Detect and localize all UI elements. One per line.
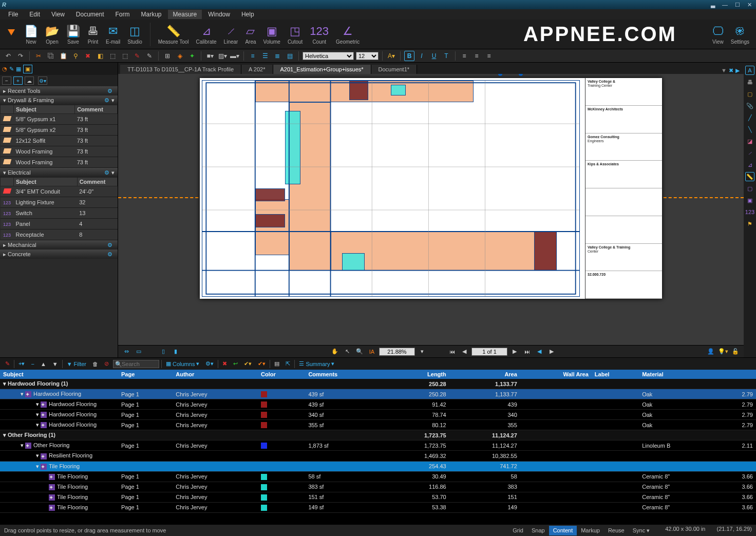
delete-icon[interactable]: ✖ bbox=[83, 51, 93, 61]
document-tab[interactable]: TT-D1013 To D1015__CP-1A Track Profile bbox=[120, 65, 241, 74]
grid-column-header[interactable]: Subject bbox=[0, 370, 118, 379]
markup-panel-icon[interactable]: ✎ bbox=[3, 359, 12, 369]
line-tool-icon[interactable]: ╱ bbox=[745, 113, 754, 122]
highlight-icon[interactable]: ◧ bbox=[95, 51, 105, 61]
ribbon-save[interactable]: 💾Save bbox=[63, 24, 84, 45]
sparkle-icon[interactable]: ✦ bbox=[187, 51, 197, 61]
single-page-icon[interactable]: ▯ bbox=[158, 347, 168, 356]
panel-tab-icon[interactable]: ✎ bbox=[9, 66, 14, 72]
italic-icon[interactable]: I bbox=[417, 51, 427, 61]
grid-row[interactable]: ✦Tile Flooring Page 1 Chris Jervey 383 s… bbox=[0, 482, 756, 492]
tool-icon[interactable]: ⬚ bbox=[120, 51, 130, 61]
status-toggle-grid[interactable]: Grid bbox=[508, 526, 527, 535]
nav-fwd-icon[interactable]: ▶ bbox=[546, 347, 557, 356]
window-maximize-icon[interactable]: ☐ bbox=[733, 2, 742, 8]
attach-icon[interactable]: 📎 bbox=[745, 101, 754, 110]
nav-back-icon[interactable]: ◀ bbox=[534, 347, 544, 356]
text-color-icon[interactable]: A▾ bbox=[386, 51, 396, 61]
window-close-icon[interactable]: ✕ bbox=[745, 2, 754, 8]
tool-row[interactable]: 123Lighting Fixture32 bbox=[1, 197, 118, 208]
undo-icon[interactable]: ↶ bbox=[3, 51, 13, 61]
tool-row[interactable]: 3/4" EMT Conduit24'-0" bbox=[1, 186, 118, 197]
up-icon[interactable]: ▲ bbox=[39, 359, 48, 369]
menu-view[interactable]: View bbox=[46, 10, 70, 19]
gear-icon[interactable]: ⚙▾ bbox=[38, 76, 47, 85]
user-icon[interactable]: 👤 bbox=[706, 347, 716, 356]
pen-icon[interactable]: ✎ bbox=[132, 51, 142, 61]
grid-row[interactable]: ▾ ✦Tile Flooring 254.43 741.72 bbox=[0, 461, 756, 471]
canvas[interactable]: Valley College &Training CenterMcKinney … bbox=[118, 74, 744, 345]
menu-help[interactable]: Help bbox=[236, 10, 259, 19]
grid-column-header[interactable]: Color bbox=[258, 370, 305, 379]
grid-row[interactable]: ✦Tile Flooring Page 1 Chris Jervey 149 s… bbox=[0, 502, 756, 512]
align-icon[interactable]: ≡ bbox=[459, 51, 469, 61]
line-tool-icon[interactable]: ╲ bbox=[745, 125, 754, 134]
window-minimize-icon[interactable]: — bbox=[720, 2, 730, 8]
delete-icon[interactable]: ✖ bbox=[220, 359, 229, 369]
flag-icon[interactable]: ⚑ bbox=[745, 219, 754, 228]
grid-row[interactable]: ▾ Other Flooring (1) 1,723.75 11,124.27 bbox=[0, 430, 756, 441]
fontsize-select[interactable]: 12 bbox=[356, 52, 379, 60]
gear-icon[interactable]: ⚙ bbox=[107, 88, 112, 94]
grid-row[interactable]: ▾ ✦Resilient Flooring 1,469.32 10,382.55 bbox=[0, 451, 756, 461]
format-painter-icon[interactable]: ⚲ bbox=[70, 51, 81, 61]
ribbon-view[interactable]: 🖵View bbox=[709, 24, 727, 45]
tool-row[interactable]: 123Panel4 bbox=[1, 219, 118, 229]
text-select-icon[interactable]: IA bbox=[367, 347, 377, 356]
ribbon-open[interactable]: 📂Open bbox=[42, 24, 63, 45]
window-min-icon[interactable]: ▃ bbox=[709, 2, 717, 8]
grid-column-header[interactable]: Label bbox=[592, 370, 639, 379]
ribbon-e-mail[interactable]: ✉E-mail bbox=[102, 24, 124, 45]
panel-tab-icon[interactable]: ▦ bbox=[16, 66, 21, 72]
tab-close-icon[interactable]: ✖ bbox=[729, 67, 733, 74]
filter-button[interactable]: ▼ Filter bbox=[65, 359, 88, 369]
redo-icon[interactable]: ↷ bbox=[15, 51, 26, 61]
collapse-icon[interactable]: − bbox=[2, 76, 11, 85]
cube-icon[interactable]: ▣ bbox=[745, 196, 754, 205]
fit-page-icon[interactable]: ▭ bbox=[134, 347, 144, 356]
count-icon[interactable]: 123 bbox=[745, 207, 754, 217]
section-header[interactable]: ▾ Electrical⚙▾ bbox=[0, 168, 118, 177]
gear-icon[interactable]: ⚙ bbox=[107, 242, 112, 248]
cut-icon[interactable]: ✂ bbox=[33, 51, 44, 61]
grid-column-header[interactable] bbox=[717, 370, 756, 379]
export-icon[interactable]: ▤ bbox=[272, 359, 281, 369]
ribbon-studio[interactable]: ◫Studio bbox=[124, 24, 145, 45]
status-icon[interactable]: ✔▾ bbox=[242, 359, 254, 369]
pan-icon[interactable]: ✋ bbox=[330, 347, 340, 356]
panel-tab-icon[interactable]: ◔ bbox=[2, 66, 7, 72]
ribbon-calibrate[interactable]: ⊿Calibrate bbox=[193, 24, 220, 45]
align-right-icon[interactable]: ≣ bbox=[272, 51, 282, 61]
columns-button[interactable]: ▦ Columns ▾ bbox=[164, 359, 201, 369]
ribbon-linear[interactable]: ⟋Linear bbox=[220, 24, 242, 45]
justify-icon[interactable]: ▤ bbox=[285, 51, 295, 61]
caliper-icon[interactable]: ⊿ bbox=[745, 160, 754, 169]
ribbon-print[interactable]: 🖶Print bbox=[84, 24, 102, 45]
marker-icon[interactable]: ✎ bbox=[144, 51, 155, 61]
grid-row[interactable]: ▾ ✦Other Flooring Page 1 Chris Jervey 1,… bbox=[0, 441, 756, 451]
ribbon-geometric[interactable]: ∠Geometric bbox=[332, 24, 363, 45]
note-icon[interactable]: ▢ bbox=[745, 89, 754, 99]
menu-form[interactable]: Form bbox=[110, 10, 135, 19]
tool-icon[interactable]: ⬚ bbox=[107, 51, 118, 61]
document-tab[interactable]: A201_Estimation+Group+issues* bbox=[273, 65, 371, 74]
grid-column-header[interactable]: Comments bbox=[305, 370, 385, 379]
document-tab[interactable]: Document1* bbox=[371, 65, 418, 74]
font-select[interactable]: Helvetica bbox=[303, 52, 354, 60]
align-center-icon[interactable]: ☰ bbox=[260, 51, 270, 61]
tool-row[interactable]: 5/8" Gypsum x173 ft bbox=[1, 114, 118, 125]
menu-file[interactable]: File bbox=[3, 10, 23, 19]
section-header[interactable]: ▸ Recent Tools⚙ bbox=[0, 86, 118, 95]
menu-document[interactable]: Document bbox=[71, 10, 109, 19]
grid-column-header[interactable]: Wall Area bbox=[520, 370, 592, 379]
select-icon[interactable]: ↖ bbox=[342, 347, 352, 356]
zoom-icon[interactable]: 🔍 bbox=[354, 347, 365, 356]
section-header[interactable]: ▸ Mechanical⚙ bbox=[0, 240, 118, 250]
shape-icon[interactable]: ▢ bbox=[745, 184, 754, 193]
section-header[interactable]: ▸ Concrete⚙ bbox=[0, 250, 118, 259]
status-toggle-sync[interactable]: Sync ▾ bbox=[629, 526, 654, 535]
remove-icon[interactable]: − bbox=[29, 359, 36, 369]
page-input[interactable] bbox=[471, 348, 507, 356]
align-left-icon[interactable]: ≡ bbox=[248, 51, 258, 61]
ribbon-volume[interactable]: ▣Volume bbox=[260, 24, 284, 45]
